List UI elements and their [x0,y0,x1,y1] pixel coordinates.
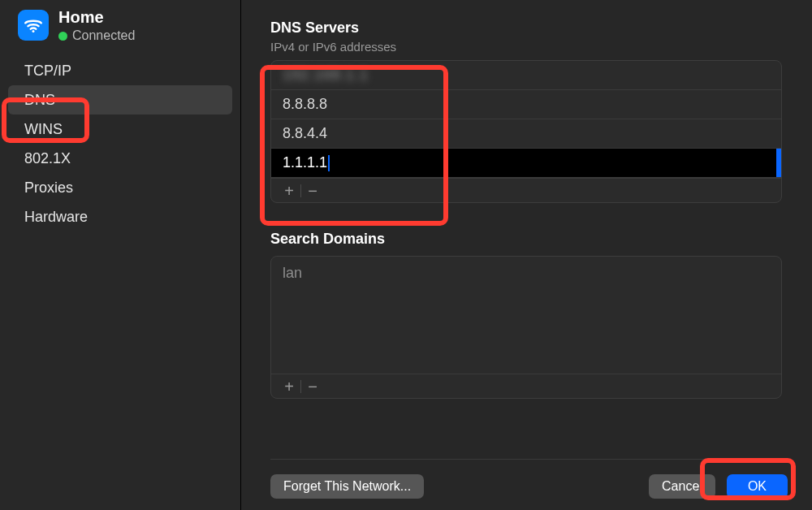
text-caret-icon [328,155,330,171]
add-search-domain-button[interactable]: + [278,377,300,396]
dns-server-value: 192.168.1.1 [283,67,369,84]
status-dot-icon [58,32,67,41]
network-status-text: Connected [72,28,135,43]
add-dns-button[interactable]: + [278,181,300,201]
network-name: Home [58,8,135,27]
dns-server-value: 8.8.8.8 [283,96,327,113]
dns-subtitle: IPv4 or IPv6 addresses [270,40,788,54]
dns-server-value: 1.1.1.1 [283,154,327,171]
wifi-icon [18,10,49,41]
tab-wins[interactable]: WINS [8,115,232,144]
dns-server-row[interactable]: 8.8.4.4 [271,119,781,149]
dns-section: DNS Servers IPv4 or IPv6 addresses 192.1… [270,19,788,203]
search-domains-title: Search Domains [270,231,788,248]
sidebar-tabs: TCP/IP DNS WINS 802.1X Proxies Hardware [0,56,240,231]
footer: Forget This Network... Cancel OK [270,459,788,499]
search-domains-list[interactable]: lan + − [270,256,782,399]
tab-hardware[interactable]: Hardware [8,202,232,231]
tab-dns[interactable]: DNS [8,85,232,115]
network-status: Connected [58,28,135,43]
dns-server-row-editing[interactable]: 1.1.1.1 [271,149,781,178]
dns-title: DNS Servers [270,19,788,37]
search-domain-row[interactable]: lan [283,265,770,282]
tab-proxies[interactable]: Proxies [8,173,232,202]
dns-server-row[interactable]: 8.8.8.8 [271,90,781,119]
remove-dns-button[interactable]: − [301,181,324,201]
cancel-button[interactable]: Cancel [649,474,715,499]
search-domains-section: Search Domains lan + − [270,231,788,399]
dns-servers-list[interactable]: 192.168.1.1 8.8.8.8 8.8.4.4 1.1.1.1 + − [270,60,782,203]
search-list-toolbar: + − [271,374,781,398]
tab-tcpip[interactable]: TCP/IP [8,56,232,85]
dns-server-value: 8.8.4.4 [283,125,327,142]
remove-search-domain-button[interactable]: − [301,377,324,396]
dns-server-row[interactable]: 192.168.1.1 [271,61,781,90]
sidebar: Home Connected TCP/IP DNS WINS 802.1X Pr… [0,0,241,510]
network-header: Home Connected [0,5,240,51]
forget-network-button[interactable]: Forget This Network... [270,474,424,499]
network-settings-window: Home Connected TCP/IP DNS WINS 802.1X Pr… [0,0,812,510]
dns-list-toolbar: + − [271,178,781,202]
main-panel: DNS Servers IPv4 or IPv6 addresses 192.1… [241,0,812,510]
ok-button[interactable]: OK [727,474,788,499]
svg-point-0 [32,30,34,32]
tab-8021x[interactable]: 802.1X [8,144,232,173]
